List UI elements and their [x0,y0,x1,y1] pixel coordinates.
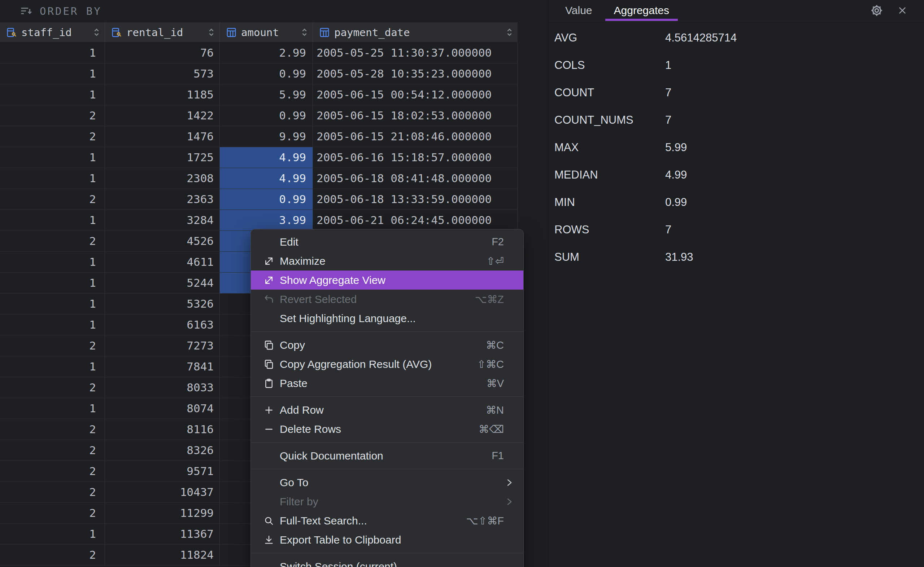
menu-item[interactable]: Filter by [251,492,523,511]
cell-rental-id[interactable]: 1725 [105,147,220,168]
cell-staff-id[interactable]: 2 [0,461,105,482]
cell-amount[interactable]: 5.99 [220,84,313,105]
cell-staff-id[interactable]: 1 [0,524,105,544]
cell-amount[interactable]: 0.99 [220,105,313,126]
cell-staff-id[interactable]: 2 [0,231,105,252]
cell-amount[interactable]: 0.99 [220,189,313,210]
table-row[interactable]: 2 2363 0.99 2005-06-18 13:33:59.000000 [0,189,518,210]
cell-payment-date[interactable]: 2005-06-18 13:33:59.000000 [313,189,518,210]
cell-rental-id[interactable]: 7841 [105,356,220,377]
cell-staff-id[interactable]: 1 [0,168,105,189]
menu-item[interactable]: Set Highlighting Language... [251,309,523,328]
cell-amount[interactable]: 2.99 [220,42,313,63]
menu-item[interactable]: Full-Text Search... ⌥⇧⌘F [251,511,523,530]
cell-rental-id[interactable]: 1185 [105,84,220,105]
cell-rental-id[interactable]: 5326 [105,294,220,315]
sort-toggle-icon[interactable] [93,27,100,37]
cell-staff-id[interactable]: 1 [0,294,105,315]
table-row[interactable]: 1 76 2.99 2005-05-25 11:30:37.000000 [0,42,518,63]
sort-toggle-icon[interactable] [506,27,512,37]
cell-payment-date[interactable]: 2005-06-15 18:02:53.000000 [313,105,518,126]
cell-staff-id[interactable]: 1 [0,273,105,294]
table-row[interactable]: 2 1476 9.99 2005-06-15 21:08:46.000000 [0,126,518,147]
order-by-label[interactable]: ORDER BY [40,5,102,17]
cell-rental-id[interactable]: 6163 [105,315,220,336]
menu-item[interactable]: Maximize ⇧⏎ [251,251,523,270]
cell-rental-id[interactable]: 2363 [105,189,220,210]
menu-item[interactable]: Switch Session (current) [251,557,523,567]
sort-toggle-icon[interactable] [301,27,308,37]
cell-staff-id[interactable]: 1 [0,356,105,377]
cell-staff-id[interactable]: 1 [0,147,105,168]
cell-amount[interactable]: 4.99 [220,168,313,189]
cell-rental-id[interactable]: 573 [105,63,220,84]
menu-item[interactable]: Add Row ⌘N [251,400,523,420]
cell-rental-id[interactable]: 76 [105,42,220,63]
cell-rental-id[interactable]: 11299 [105,503,220,524]
cell-staff-id[interactable]: 1 [0,252,105,273]
cell-rental-id[interactable]: 8033 [105,377,220,398]
menu-item[interactable]: Paste ⌘V [251,374,523,393]
menu-item[interactable]: Quick Documentation F1 [251,446,523,465]
cell-rental-id[interactable]: 4526 [105,231,220,252]
cell-staff-id[interactable]: 1 [0,42,105,63]
cell-rental-id[interactable]: 8074 [105,398,220,419]
cell-rental-id[interactable]: 2308 [105,168,220,189]
table-row[interactable]: 1 2308 4.99 2005-06-18 08:41:48.000000 [0,168,518,189]
menu-item[interactable]: Show Aggregate View [251,270,523,290]
menu-item[interactable]: Revert Selected ⌥⌘Z [251,290,523,309]
cell-rental-id[interactable]: 11367 [105,524,220,544]
menu-item[interactable]: Export Table to Clipboard [251,530,523,549]
cell-amount[interactable]: 0.99 [220,63,313,84]
menu-item[interactable]: Copy Aggregation Result (AVG) ⇧⌘C [251,354,523,374]
cell-amount[interactable]: 4.99 [220,147,313,168]
cell-rental-id[interactable]: 7273 [105,336,220,356]
order-by-icon[interactable] [20,6,33,16]
cell-payment-date[interactable]: 2005-06-16 15:18:57.000000 [313,147,518,168]
cell-payment-date[interactable]: 2005-05-28 10:35:23.000000 [313,63,518,84]
cell-amount[interactable]: 3.99 [220,210,313,231]
gear-icon[interactable] [870,4,883,17]
tab-value[interactable]: Value [554,0,603,21]
cell-rental-id[interactable]: 8116 [105,419,220,440]
cell-payment-date[interactable]: 2005-06-15 21:08:46.000000 [313,126,518,147]
menu-item[interactable]: Delete Rows ⌘⌫ [251,420,523,439]
cell-rental-id[interactable]: 11824 [105,544,220,566]
cell-staff-id[interactable]: 2 [0,105,105,126]
cell-rental-id[interactable]: 1422 [105,105,220,126]
cell-rental-id[interactable]: 10437 [105,482,220,503]
cell-rental-id[interactable]: 9571 [105,461,220,482]
cell-staff-id[interactable]: 2 [0,503,105,524]
cell-rental-id[interactable]: 3284 [105,210,220,231]
column-header-payment-date[interactable]: payment_date [313,22,518,42]
column-header-rental-id[interactable]: rental_id [105,22,220,42]
cell-rental-id[interactable]: 5244 [105,273,220,294]
cell-payment-date[interactable]: 2005-06-18 08:41:48.000000 [313,168,518,189]
cell-staff-id[interactable]: 1 [0,398,105,419]
cell-rental-id[interactable]: 8326 [105,440,220,461]
column-header-amount[interactable]: amount [220,22,313,42]
cell-rental-id[interactable]: 1476 [105,126,220,147]
column-header-staff-id[interactable]: staff_id [0,22,105,42]
cell-staff-id[interactable]: 2 [0,544,105,566]
cell-amount[interactable]: 9.99 [220,126,313,147]
cell-staff-id[interactable]: 2 [0,377,105,398]
table-row[interactable]: 2 1422 0.99 2005-06-15 18:02:53.000000 [0,105,518,126]
cell-staff-id[interactable]: 2 [0,482,105,503]
cell-staff-id[interactable]: 2 [0,126,105,147]
cell-staff-id[interactable]: 2 [0,440,105,461]
cell-staff-id[interactable]: 2 [0,419,105,440]
cell-staff-id[interactable]: 2 [0,336,105,356]
table-row[interactable]: 1 3284 3.99 2005-06-21 06:24:45.000000 [0,210,518,231]
menu-item[interactable]: Edit F2 [251,232,523,251]
sort-toggle-icon[interactable] [208,27,214,37]
cell-staff-id[interactable]: 1 [0,210,105,231]
cell-rental-id[interactable]: 4611 [105,252,220,273]
tab-aggregates[interactable]: Aggregates [603,0,680,21]
cell-staff-id[interactable]: 1 [0,84,105,105]
cell-payment-date[interactable]: 2005-05-25 11:30:37.000000 [313,42,518,63]
cell-staff-id[interactable]: 1 [0,315,105,336]
table-row[interactable]: 1 1185 5.99 2005-06-15 00:54:12.000000 [0,84,518,105]
cell-staff-id[interactable]: 1 [0,63,105,84]
table-row[interactable]: 1 1725 4.99 2005-06-16 15:18:57.000000 [0,147,518,168]
